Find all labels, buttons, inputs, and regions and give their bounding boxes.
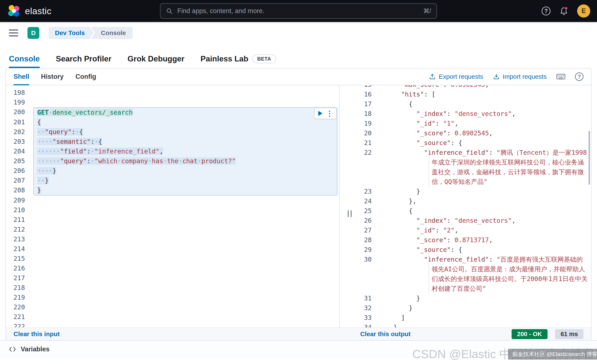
- keyboard-shortcuts-button[interactable]: [556, 73, 565, 80]
- tab-config[interactable]: Config: [75, 68, 96, 85]
- global-search[interactable]: ⌘/: [160, 3, 437, 19]
- console-help-button[interactable]: ?: [575, 72, 583, 81]
- code-text[interactable]: [33, 234, 338, 244]
- tab-history[interactable]: History: [41, 68, 64, 85]
- code-line: 214: [6, 244, 339, 254]
- code-line: 215: [6, 254, 339, 264]
- code-text[interactable]: [33, 244, 338, 254]
- tab-search-profiler[interactable]: Search Profiler: [56, 54, 111, 68]
- clear-input-button[interactable]: Clear this input: [14, 330, 60, 337]
- line-number: 24: [360, 196, 373, 206]
- line-number: 215: [6, 254, 26, 264]
- elastic-home-link[interactable]: elastic: [0, 4, 51, 18]
- code-text[interactable]: }: [373, 303, 591, 313]
- line-number: 15: [360, 85, 373, 90]
- import-icon: [493, 73, 500, 80]
- help-glyph: ?: [544, 8, 548, 14]
- menu-toggle-button[interactable]: [9, 30, 18, 36]
- tab-console[interactable]: Console: [9, 54, 40, 68]
- variables-button[interactable]: Variables: [9, 345, 49, 353]
- code-text[interactable]: [33, 254, 338, 264]
- response-pane[interactable]: 15 "max_score": 0.8902545,16 "hits": [17…: [360, 85, 591, 327]
- code-line: 25 {: [360, 206, 591, 216]
- code-text[interactable]: [33, 283, 338, 293]
- code-text[interactable]: [33, 273, 338, 283]
- scrollbar-thumb[interactable]: [589, 131, 590, 185]
- request-menu-button[interactable]: ⋮: [326, 110, 333, 117]
- line-number: 198: [6, 88, 26, 98]
- line-number: 209: [6, 196, 26, 205]
- code-text[interactable]: ······"field":·"inference_field",: [33, 146, 338, 156]
- line-number: 201: [6, 117, 26, 127]
- space-avatar[interactable]: D: [27, 27, 39, 39]
- code-text[interactable]: ··"query":·{: [33, 127, 338, 137]
- code-text[interactable]: "inference_field": "腾讯（Tencent）是一家1998年成…: [373, 148, 591, 187]
- search-input[interactable]: [177, 7, 419, 15]
- code-text[interactable]: [33, 312, 338, 322]
- tab-grok-debugger[interactable]: Grok Debugger: [127, 54, 184, 68]
- code-text[interactable]: GET·dense_vectors/_search: [33, 107, 338, 117]
- code-text[interactable]: }: [373, 323, 591, 327]
- code-text[interactable]: "inference_field": "百度是拥有强大互联网基础的领先AI公司。…: [373, 255, 591, 294]
- code-text[interactable]: "_source": {: [373, 138, 591, 148]
- notifications-button[interactable]: [560, 7, 568, 15]
- code-text[interactable]: "_source": {: [373, 245, 591, 255]
- code-text[interactable]: {: [33, 117, 338, 127]
- code-text[interactable]: "_index": "dense_vectors",: [373, 216, 591, 226]
- line-number: 211: [6, 215, 26, 225]
- code-text[interactable]: [33, 88, 338, 98]
- code-text[interactable]: }: [33, 185, 338, 196]
- breadcrumb-dev-tools[interactable]: Dev Tools: [49, 27, 94, 39]
- code-line: 213: [6, 234, 339, 244]
- send-request-button[interactable]: [318, 110, 323, 117]
- export-requests-button[interactable]: Export requests: [429, 73, 483, 80]
- response-viewer[interactable]: 15 "max_score": 0.8902545,16 "hits": [17…: [360, 85, 591, 327]
- code-text[interactable]: ······"query":·"which·company·has·the·ch…: [33, 156, 338, 166]
- request-pane[interactable]: ⋮ 198199200GET·dense_vectors/_search201{…: [6, 85, 339, 327]
- input-footer: Clear this input: [6, 330, 339, 338]
- code-text[interactable]: ··}: [33, 176, 338, 185]
- tab-shell[interactable]: Shell: [14, 68, 29, 85]
- request-editor[interactable]: 198199200GET·dense_vectors/_search201{20…: [6, 85, 339, 327]
- code-text[interactable]: [33, 215, 338, 225]
- code-text[interactable]: [33, 302, 338, 312]
- code-line: 203····"semantic":·{: [6, 137, 339, 146]
- line-number: 216: [6, 264, 26, 273]
- import-requests-button[interactable]: Import requests: [493, 73, 547, 80]
- code-text[interactable]: ]: [373, 313, 591, 323]
- clear-output-button[interactable]: Clear this output: [360, 330, 410, 338]
- code-text[interactable]: "_score": 0.8713717,: [373, 235, 591, 245]
- code-text[interactable]: "_index": "dense_vectors",: [373, 109, 591, 119]
- code-text[interactable]: [33, 264, 338, 273]
- line-number: 31: [360, 294, 373, 303]
- code-text[interactable]: [33, 196, 338, 205]
- code-text[interactable]: },: [373, 196, 591, 206]
- code-text[interactable]: [33, 293, 338, 302]
- code-text[interactable]: [33, 205, 338, 215]
- pane-splitter[interactable]: [339, 85, 360, 327]
- help-icon[interactable]: ?: [542, 7, 550, 15]
- code-text[interactable]: "_id": "1",: [373, 119, 591, 128]
- line-number: 23: [360, 187, 373, 196]
- code-text[interactable]: ····}: [33, 166, 338, 176]
- code-text[interactable]: "_score": 0.8902545,: [373, 128, 591, 138]
- code-line: 24 },: [360, 196, 591, 206]
- code-text[interactable]: [33, 322, 338, 327]
- code-text[interactable]: {: [373, 206, 591, 216]
- tab-painless-lab[interactable]: Painless Lab BETA: [201, 54, 276, 68]
- code-text[interactable]: }: [373, 187, 591, 196]
- code-text[interactable]: {: [373, 99, 591, 109]
- code-text[interactable]: [33, 225, 338, 234]
- line-number: 212: [6, 225, 26, 234]
- code-text[interactable]: [33, 98, 338, 107]
- code-line: 19 "_id": "1",: [360, 119, 591, 128]
- code-text[interactable]: "hits": [: [373, 90, 591, 99]
- user-avatar[interactable]: E: [577, 4, 590, 17]
- code-text[interactable]: ····"semantic":·{: [33, 137, 338, 146]
- line-number: 33: [360, 313, 373, 323]
- line-number: 32: [360, 303, 373, 313]
- code-line: 200GET·dense_vectors/_search: [6, 107, 339, 117]
- code-text[interactable]: "_id": "2",: [373, 226, 591, 235]
- code-text[interactable]: "max_score": 0.8902545,: [373, 85, 591, 90]
- code-text[interactable]: }: [373, 294, 591, 303]
